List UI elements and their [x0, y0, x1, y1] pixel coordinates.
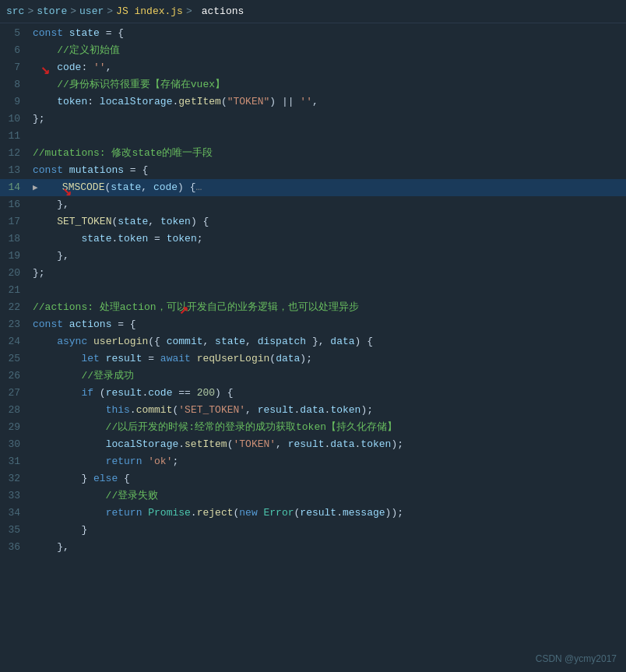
breadcrumb-actions[interactable]: actions — [195, 5, 251, 18]
code-line-36: 36 }, — [0, 539, 626, 556]
line-content-23: const actions = { — [33, 316, 626, 333]
line-num-29: 29 — [0, 419, 33, 436]
code-area: 5 const state = { 6 //定义初始值 7 code: '', … — [0, 23, 626, 556]
code-line-29: 29 //以后开发的时候:经常的登录的成功获取token【持久化存储】 — [0, 419, 626, 436]
line-num-35: 35 — [0, 522, 33, 539]
line-content-6: //定义初始值 — [33, 42, 626, 59]
code-line-10: 10 }; — [0, 111, 626, 128]
line-content-9: token: localStorage.getItem("TOKEN") || … — [33, 93, 626, 111]
code-line-5: 5 const state = { — [0, 25, 626, 42]
watermark: CSDN @ycmy2017 — [536, 653, 617, 664]
line-num-12: 12 — [0, 145, 33, 162]
code-line-27: 27 if (result.code == 200) { — [0, 385, 626, 402]
line-num-31: 31 — [0, 453, 33, 470]
line-content-36: }, — [33, 539, 626, 556]
line-num-11: 11 — [0, 128, 33, 145]
line-content-26: //登录成功 — [33, 368, 626, 385]
line-num-13: 13 — [0, 162, 33, 179]
line-num-17: 17 — [0, 213, 33, 230]
code-line-33: 33 //登录失败 — [0, 487, 626, 505]
line-content-32: } else { — [33, 470, 626, 487]
breadcrumb-sep-1: > — [27, 5, 33, 17]
breadcrumb-store[interactable]: store — [37, 5, 67, 17]
code-line-17: 17 SET_TOKEN(state, token) { — [0, 213, 626, 230]
code-line-28: 28 this.commit('SET_TOKEN', result.data.… — [0, 402, 626, 419]
line-num-16: 16 — [0, 196, 33, 213]
code-line-12: 12 //mutations: 修改state的唯一手段 — [0, 145, 626, 162]
editor-container: src > store > user > JS index.js > actio… — [0, 0, 626, 672]
code-line-22: 22 //actions: 处理action，可以开发自己的业务逻辑，也可以处理… — [0, 299, 626, 316]
line-content-31: return 'ok'; — [33, 453, 626, 470]
line-num-26: 26 — [0, 368, 33, 385]
line-content-19: }, — [33, 248, 626, 265]
code-line-6: 6 //定义初始值 — [0, 42, 626, 59]
line-num-14: 14 — [0, 179, 33, 196]
line-content-13: const mutations = { — [33, 162, 626, 179]
line-content-30: localStorage.setItem('TOKEN', result.dat… — [33, 436, 626, 453]
breadcrumb-bar: src > store > user > JS index.js > actio… — [0, 0, 626, 23]
line-content-34: return Promise.reject(new Error(result.m… — [33, 505, 626, 522]
line-num-34: 34 — [0, 505, 33, 522]
line-content-16: }, — [33, 196, 626, 213]
breadcrumb-sep-3: > — [107, 5, 113, 17]
line-content-8: //身份标识符很重要【存储在vuex】 — [33, 76, 626, 93]
line-content-21 — [33, 282, 626, 299]
line-num-20: 20 — [0, 265, 33, 282]
code-line-11: 11 — [0, 128, 626, 145]
line-content-12: //mutations: 修改state的唯一手段 — [33, 145, 626, 162]
line-content-33: //登录失败 — [33, 487, 626, 505]
line-num-18: 18 — [0, 230, 33, 248]
breadcrumb-src[interactable]: src — [6, 5, 24, 17]
code-line-30: 30 localStorage.setItem('TOKEN', result.… — [0, 436, 626, 453]
line-content-27: if (result.code == 200) { — [33, 385, 626, 402]
code-line-16: 16 }, — [0, 196, 626, 213]
code-line-13: 13 const mutations = { — [0, 162, 626, 179]
breadcrumb-indexjs[interactable]: JS index.js — [116, 5, 183, 17]
breadcrumb-sep-2: > — [70, 5, 76, 17]
line-content-17: SET_TOKEN(state, token) { — [33, 213, 626, 230]
code-line-31: 31 return 'ok'; — [0, 453, 626, 470]
code-line-24: 24 async userLogin({ commit, state, disp… — [0, 333, 626, 350]
line-num-33: 33 — [0, 487, 33, 505]
breadcrumb-sep-4: > — [186, 5, 192, 17]
line-num-6: 6 — [0, 42, 33, 59]
line-num-32: 32 — [0, 470, 33, 487]
code-line-25: 25 let result = await reqUserLogin(data)… — [0, 350, 626, 368]
line-num-10: 10 — [0, 111, 33, 128]
code-line-19: 19 }, — [0, 248, 626, 265]
line-num-19: 19 — [0, 248, 33, 265]
code-line-32: 32 } else { — [0, 470, 626, 487]
line-content-29: //以后开发的时候:经常的登录的成功获取token【持久化存储】 — [33, 419, 626, 436]
line-num-23: 23 — [0, 316, 33, 333]
code-line-34: 34 return Promise.reject(new Error(resul… — [0, 505, 626, 522]
line-content-35: } — [33, 522, 626, 539]
line-num-24: 24 — [0, 333, 33, 350]
code-line-23: 23 const actions = { ↗ — [0, 316, 626, 333]
code-line-20: 20 }; — [0, 265, 626, 282]
code-line-35: 35 } — [0, 522, 626, 539]
line-content-25: let result = await reqUserLogin(data); — [33, 350, 626, 368]
line-num-27: 27 — [0, 385, 33, 402]
code-line-14: 14 ▶ SMSCODE(state, code) {… ↘ — [0, 179, 626, 196]
code-line-26: 26 //登录成功 — [0, 368, 626, 385]
line-content-18: state.token = token; — [33, 230, 626, 248]
line-num-21: 21 — [0, 282, 33, 299]
line-num-28: 28 — [0, 402, 33, 419]
line-content-11 — [33, 128, 626, 145]
line-num-9: 9 — [0, 93, 33, 111]
line-num-5: 5 — [0, 25, 33, 42]
code-line-8: 8 //身份标识符很重要【存储在vuex】 — [0, 76, 626, 93]
line-content-22: //actions: 处理action，可以开发自己的业务逻辑，也可以处理异步 — [33, 299, 626, 316]
code-line-7: 7 code: '', ↘ — [0, 59, 626, 76]
code-line-18: 18 state.token = token; — [0, 230, 626, 248]
line-content-10: }; — [33, 111, 626, 128]
line-content-7: code: '', — [33, 59, 626, 76]
line-content-28: this.commit('SET_TOKEN', result.data.tok… — [33, 402, 626, 419]
line-content-5: const state = { — [33, 25, 626, 42]
line-num-8: 8 — [0, 76, 33, 93]
breadcrumb-user[interactable]: user — [79, 5, 104, 17]
line-num-30: 30 — [0, 436, 33, 453]
line-num-22: 22 — [0, 299, 33, 316]
line-content-14: ▶ SMSCODE(state, code) {… — [33, 179, 626, 196]
line-content-20: }; — [33, 265, 626, 282]
